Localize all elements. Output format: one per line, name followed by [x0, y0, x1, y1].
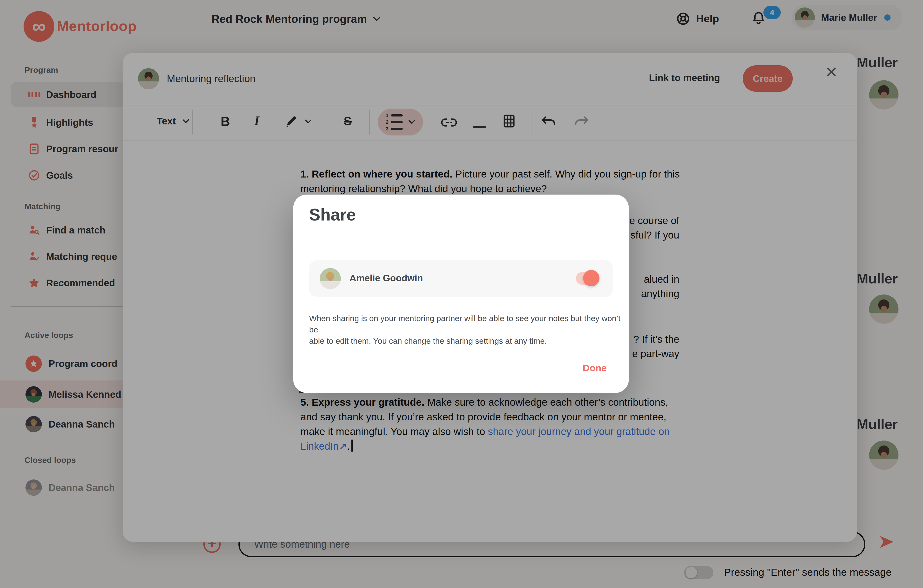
mentorloop-app: ∞ Mentorloop Program Dashboard Highlight…: [0, 0, 923, 588]
done-button[interactable]: Done: [583, 363, 607, 373]
share-description: When sharing is on your mentoring partne…: [309, 313, 629, 347]
share-dialog-title: Share: [309, 205, 356, 224]
share-toggle-knob[interactable]: [583, 270, 599, 286]
share-dialog: Share Amelie Goodwin When sharing is on …: [293, 195, 629, 393]
avatar: [320, 268, 341, 289]
share-person-name: Amelie Goodwin: [350, 273, 423, 283]
share-person-row: Amelie Goodwin: [309, 260, 613, 297]
